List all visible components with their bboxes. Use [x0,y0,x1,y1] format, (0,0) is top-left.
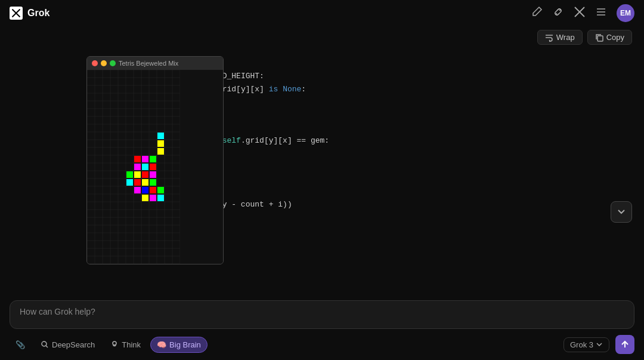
menu-icon[interactable] [595,6,607,20]
attach-icon: 📎 [16,340,25,349]
x-icon[interactable] [574,6,586,20]
send-button[interactable] [615,335,634,354]
wrap-button[interactable]: Wrap [537,30,583,45]
avatar[interactable]: EM [617,4,634,22]
deepsearch-button[interactable]: DeepSearch [35,337,101,352]
dot-yellow [101,60,107,66]
bigbrain-button[interactable]: 🧠 Big Brain [150,337,208,353]
app-title: Grok [27,8,49,19]
game-titlebar: Tetris Bejeweled Mix [87,57,223,70]
dot-red [92,60,98,66]
think-button[interactable]: Think [104,337,147,352]
svg-point-1 [42,341,47,346]
input-placeholder: How can Grok help? [20,307,95,316]
deepsearch-label: DeepSearch [52,340,95,349]
bottom-area: How can Grok help? 📎 DeepSearch Think [0,294,644,360]
main-area: y = 0 while y < GRID_HEIGHT: if self.gri… [0,26,644,294]
bigbrain-icon: 🧠 [157,340,166,349]
bigbrain-label: Big Brain [169,340,201,349]
edit-icon[interactable] [531,6,543,20]
game-window: Tetris Bejeweled Mix [86,56,224,264]
copy-button[interactable]: Copy [587,30,632,45]
game-body [87,70,223,264]
svg-point-2 [113,341,116,345]
top-nav: Grok EM [0,0,644,26]
model-selector[interactable]: Grok 3 [564,337,609,352]
bottom-left-tools: 📎 DeepSearch Think 🧠 Big Brain [10,337,208,353]
bottom-right-tools: Grok 3 [564,335,634,354]
link-icon[interactable] [552,6,564,20]
model-label: Grok 3 [570,340,593,349]
nav-right: EM [531,4,634,22]
game-title: Tetris Bejeweled Mix [119,60,178,67]
game-canvas [87,70,180,264]
chat-input[interactable]: How can Grok help? [10,300,634,329]
x-logo-box [10,7,23,20]
svg-rect-0 [597,36,603,41]
scroll-down-button[interactable] [611,201,632,223]
code-toolbar: Wrap Copy [537,30,632,45]
attach-button[interactable]: 📎 [10,337,31,352]
dot-green [110,60,116,66]
bottom-toolbar: 📎 DeepSearch Think 🧠 Big Brain [10,335,634,354]
nav-left: Grok [10,7,49,20]
think-label: Think [122,340,141,349]
